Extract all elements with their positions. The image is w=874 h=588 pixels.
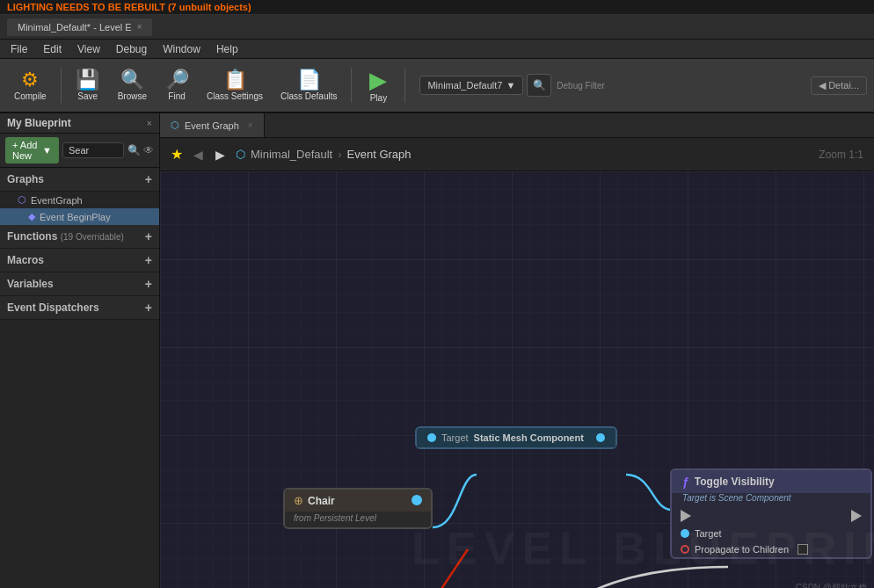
sidebar-search-input[interactable] [62, 142, 124, 158]
component-label: Static Mesh Component [474, 432, 584, 443]
variables-section-header[interactable]: Variables + [0, 272, 159, 296]
compile-icon: ⚙ [21, 70, 39, 90]
event-graph-tab[interactable]: ⬡ Event Graph × [160, 113, 265, 137]
beginplay-icon: ◆ [28, 211, 35, 222]
title-tab-label: Minimal_Default* - Level E [18, 22, 132, 33]
browse-label: Browse [118, 91, 147, 101]
graphs-add-btn[interactable]: + [145, 172, 152, 186]
find-label: Find [168, 91, 185, 101]
breadcrumb-grid-icon: ⬡ [236, 148, 245, 161]
warning-bar: LIGHTING NEEDS TO BE REBUILT (7 unbuilt … [0, 0, 874, 15]
compile-label: Compile [14, 91, 47, 101]
functions-label: Functions (19 Overridable) [7, 230, 124, 243]
add-new-button[interactable]: + Add New ▼ [5, 137, 59, 163]
toggle-vis-exec-row [672, 506, 870, 526]
graph-tab-close[interactable]: × [248, 120, 253, 130]
graphs-label: Graphs [7, 173, 44, 185]
macros-section-header[interactable]: Macros + [0, 249, 159, 272]
graph-tab-label: Event Graph [185, 120, 239, 131]
compile-button[interactable]: ⚙ Compile [7, 67, 54, 105]
variables-add-btn[interactable]: + [145, 277, 152, 291]
toolbar-sep-2 [351, 68, 352, 103]
breadcrumb-path: ⬡ Minimal_Default › Event Graph [236, 148, 412, 161]
debug-filter-group: Minimal_Default7 ▼ 🔍 Debug Filter [419, 74, 604, 97]
play-button[interactable]: ▶ Play [359, 65, 397, 106]
class-defaults-button[interactable]: 📄 Class Defaults [273, 67, 344, 105]
event-dispatchers-header[interactable]: Event Dispatchers + [0, 296, 159, 320]
sidebar: My Blueprint × + Add New ▼ 🔍 👁 Graphs + … [0, 113, 160, 588]
red-arrow [380, 541, 494, 588]
browse-icon: 🔍 [120, 70, 144, 90]
breadcrumb-bar: ★ ◀ ▶ ⬡ Minimal_Default › Event Graph Zo… [160, 138, 874, 171]
macros-add-btn[interactable]: + [145, 253, 152, 267]
toggle-vis-func-icon: ƒ [682, 475, 689, 489]
static-mesh-out-pin [596, 433, 605, 442]
bookmark-icon[interactable]: ★ [171, 146, 183, 163]
functions-section-header[interactable]: Functions (19 Overridable) + [0, 225, 159, 249]
node-toggle-visibility[interactable]: ƒ Toggle Visibility Target is Scene Comp… [670, 468, 872, 559]
search-icons: 🔍 👁 [127, 144, 154, 156]
title-tab[interactable]: Minimal_Default* - Level E × [7, 18, 152, 36]
node-static-mesh[interactable]: Target Static Mesh Component [415, 426, 617, 449]
propagate-checkbox[interactable] [798, 544, 808, 555]
sidebar-toolbar: + Add New ▼ 🔍 👁 [0, 134, 159, 168]
blueprint-canvas[interactable]: ⊕ Chair from Persistent Level Target Sta… [160, 171, 874, 588]
graph-tab-bar: ⬡ Event Graph × [160, 113, 874, 138]
warning-text: LIGHTING NEEDS TO BE REBUILT (7 unbuilt … [7, 2, 251, 12]
find-button[interactable]: 🔎 Find [157, 67, 196, 105]
sidebar-item-beginplay[interactable]: ◆ Event BeginPlay [0, 208, 159, 225]
functions-add-btn[interactable]: + [145, 229, 152, 243]
class-defaults-label: Class Defaults [280, 91, 337, 101]
graphs-section: Graphs + ⬡ EventGraph ◆ Event BeginPlay [0, 168, 159, 225]
sidebar-item-eventgraph[interactable]: ⬡ EventGraph [0, 192, 159, 208]
static-mesh-in-pin [427, 433, 436, 442]
functions-section: Functions (19 Overridable) + [0, 225, 159, 249]
menu-file[interactable]: File [4, 41, 34, 57]
menu-window[interactable]: Window [156, 41, 208, 57]
save-button[interactable]: 💾 Save [69, 67, 107, 105]
graphs-section-header[interactable]: Graphs + [0, 168, 159, 192]
back-arrow[interactable]: ◀ [190, 146, 207, 163]
node-chair-header: ⊕ Chair [285, 490, 431, 512]
propagate-label: Propagate to Children [695, 544, 789, 555]
node-chair[interactable]: ⊕ Chair from Persistent Level [283, 488, 433, 529]
menu-help[interactable]: Help [209, 41, 245, 57]
debug-search-icon: 🔍 [533, 79, 546, 91]
search-icon[interactable]: 🔍 [127, 144, 141, 156]
tab-close-btn[interactable]: × [137, 22, 142, 32]
toggle-vis-target-row: Target [672, 526, 870, 541]
class-defaults-icon: 📄 [297, 70, 321, 90]
csdn-watermark: CSDN @帮助文档 [796, 582, 867, 588]
menu-view[interactable]: View [70, 41, 107, 57]
breadcrumb-nav: ◀ ▶ [190, 146, 229, 163]
toggle-vis-header: ƒ Toggle Visibility [672, 470, 870, 493]
chair-node-name: Chair [308, 495, 335, 507]
event-dispatchers-add-btn[interactable]: + [145, 301, 152, 315]
class-settings-button[interactable]: 📋 Class Settings [200, 67, 270, 105]
toggle-vis-title: Toggle Visibility [695, 475, 775, 488]
eventgraph-icon: ⬡ [18, 194, 26, 206]
toggle-target-label: Target [695, 528, 722, 539]
toolbar-sep-1 [61, 68, 62, 103]
toggle-vis-subtitle: Target is Scene Component [672, 493, 870, 506]
save-icon: 💾 [76, 70, 99, 90]
title-bar: Minimal_Default* - Level E × [0, 15, 874, 40]
content-area: ⬡ Event Graph × ★ ◀ ▶ ⬡ Minimal_Default … [160, 113, 874, 588]
detail-panel-button[interactable]: ◀ Detai... [811, 76, 867, 95]
chair-sub-label: from Persistent Level [285, 512, 431, 527]
main-layout: My Blueprint × + Add New ▼ 🔍 👁 Graphs + … [0, 113, 874, 588]
browse-button[interactable]: 🔍 Browse [111, 67, 154, 105]
toggle-target-pin [681, 529, 689, 538]
debug-filter-dropdown[interactable]: Minimal_Default7 ▼ [419, 76, 523, 95]
menu-debug[interactable]: Debug [109, 41, 154, 57]
class-settings-icon: 📋 [223, 70, 247, 90]
forward-arrow[interactable]: ▶ [212, 146, 229, 163]
breadcrumb-project: Minimal_Default [251, 148, 332, 161]
save-label: Save [77, 91, 98, 101]
menu-edit[interactable]: Edit [36, 41, 69, 57]
sidebar-header: My Blueprint × [0, 113, 159, 134]
propagate-pin [681, 545, 689, 554]
sidebar-close-btn[interactable]: × [147, 118, 152, 128]
eye-icon[interactable]: 👁 [143, 144, 154, 156]
debug-search-btn[interactable]: 🔍 [527, 74, 551, 97]
